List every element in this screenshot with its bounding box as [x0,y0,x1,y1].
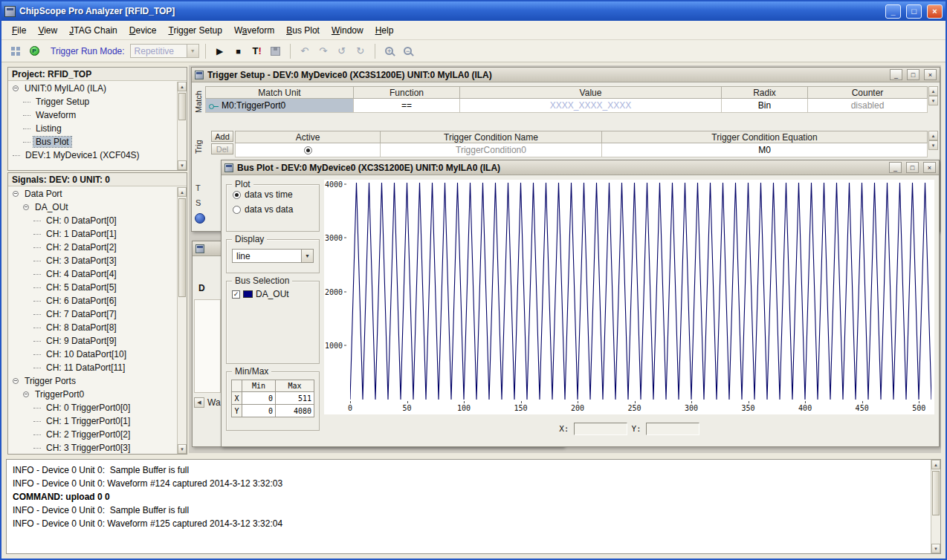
scroll-thumb[interactable] [932,471,940,515]
tree-item[interactable]: CH: 0 TriggerPort0[0] [8,401,177,414]
bus-plot-titlebar[interactable]: Bus Plot - DEV:0 MyDevice0 (XC3S1200E) U… [222,160,939,175]
tree-item[interactable]: CH: 1 TriggerPort0[1] [8,414,177,428]
minimize-icon[interactable]: _ [890,69,902,80]
menu-bus-plot[interactable]: Bus Plot [280,22,326,39]
window-layout-icon[interactable] [7,43,24,59]
run-trigger-button[interactable]: ▶ [212,43,228,59]
y-coordinate-input[interactable] [646,423,699,435]
waveform-plot[interactable] [350,183,931,400]
scroll-track[interactable] [178,197,187,444]
match-function-cell[interactable]: == [354,99,460,113]
scroll-thumb[interactable] [178,93,186,120]
close-icon[interactable]: × [923,162,936,173]
tree-expand-handle[interactable] [23,204,29,210]
redo-button[interactable]: ↷ [315,43,332,59]
column-header[interactable]: Function [354,86,460,99]
title-bar[interactable]: ChipScope Pro Analyzer [RFID_TOP] _ □ × [1,1,946,21]
condition-equation-cell[interactable]: M0 [602,143,928,157]
signals-scrollbar[interactable]: ▲ ▼ [177,187,187,454]
condition-name-cell[interactable]: TriggerCondition0 [381,143,602,157]
scroll-track[interactable] [931,469,940,544]
save-button[interactable] [268,43,284,59]
column-header[interactable]: Value [460,86,722,99]
column-header[interactable]: Active [235,131,381,143]
match-radix-cell[interactable]: Bin [722,99,808,113]
tree-item[interactable]: CH: 10 DataPort[10] [8,348,177,361]
tree-item[interactable]: CH: 9 DataPort[9] [8,334,177,348]
tree-item[interactable]: Trigger Setup [8,95,177,108]
scroll-down-icon[interactable]: ▼ [178,160,187,170]
match-value-cell[interactable]: XXXX_XXXX_XXXX [460,99,722,113]
undo-button[interactable]: ↶ [297,43,313,59]
tree-item[interactable]: TriggerPort0 [8,388,177,401]
x-coordinate-input[interactable] [574,423,627,435]
trigger-setup-titlebar[interactable]: Trigger Setup - DEV:0 MyDevice0 (XC3S120… [192,68,940,82]
tree-item[interactable]: UNIT:0 MyILA0 (ILA) [8,82,177,95]
scroll-down-icon[interactable]: ▼ [928,96,938,105]
column-header[interactable]: Trigger Condition Name [381,131,602,143]
zoom-out-button[interactable]: − [400,43,416,59]
column-header[interactable]: Radix [722,86,808,99]
menu-trigger-setup[interactable]: Trigger Setup [162,22,227,39]
match-unit-cell[interactable]: M0:TriggerPort0 [205,99,354,113]
menu-window[interactable]: Window [326,22,369,39]
match-side-tab[interactable]: Match [193,87,204,117]
scroll-up-icon[interactable]: ▲ [178,82,187,91]
maximize-icon[interactable]: □ [907,69,919,80]
add-condition-button[interactable]: Add [211,131,233,142]
del-condition-button[interactable]: Del [211,143,233,154]
tree-item[interactable]: Listing [8,122,177,135]
tree-item[interactable]: CH: 0 DataPort[0] [8,214,177,227]
project-tree[interactable]: UNIT:0 MyILA0 (ILA)Trigger SetupWaveform… [8,82,177,170]
tree-expand-handle[interactable] [13,85,19,91]
tree-item[interactable]: DEV:1 MyDevice1 (XCF04S) [8,149,177,162]
tree-item[interactable]: DA_OUt [8,201,177,214]
console-log[interactable]: INFO - Device 0 Unit 0: Sample Buffer is… [7,460,930,553]
zoom-in-button[interactable]: + [381,43,398,59]
cable-connection-icon[interactable]: P [26,43,42,59]
tree-item[interactable]: CH: 8 DataPort[8] [8,321,177,334]
tree-item[interactable]: CH: 3 DataPort[3] [8,254,177,267]
minimize-icon[interactable]: _ [889,162,902,173]
menu-jtag-chain[interactable]: JTAG Chain [63,22,123,39]
tree-item[interactable]: CH: 1 DataPort[1] [8,227,177,241]
menu-waveform[interactable]: Waveform [228,22,280,39]
tree-item[interactable]: CH: 11 DataPort[11] [8,361,177,374]
tree-item[interactable]: CH: 7 DataPort[7] [8,307,177,321]
tree-item[interactable]: CH: 2 DataPort[2] [8,241,177,254]
scroll-up-icon[interactable]: ▲ [928,86,938,96]
close-icon[interactable]: × [924,69,937,80]
tree-item[interactable]: Waveform [8,108,177,122]
scroll-down-icon[interactable]: ▼ [931,544,940,553]
scroll-up-icon[interactable]: ▲ [928,131,938,140]
tree-item[interactable]: CH: 6 DataPort[6] [8,294,177,307]
tree-item[interactable]: Bus Plot [8,135,177,149]
stop-acquisition-button[interactable]: ■ [230,43,247,59]
scroll-down-icon[interactable]: ▼ [928,140,938,150]
maximize-button[interactable]: □ [906,4,922,19]
scroll-left-icon[interactable]: ◀ [194,397,204,408]
column-header[interactable]: Trigger Condition Equation [602,131,928,143]
rotate-left-button[interactable]: ↺ [334,43,350,59]
signals-tree[interactable]: Data PortDA_OUtCH: 0 DataPort[0]CH: 1 Da… [8,187,177,454]
radio-selected-icon[interactable] [304,146,312,154]
project-scrollbar[interactable]: ▲ ▼ [177,82,187,170]
tree-expand-handle[interactable] [13,191,19,197]
tree-item[interactable]: CH: 5 DataPort[5] [8,281,177,294]
active-cell[interactable] [235,143,381,157]
tree-item[interactable]: CH: 3 TriggerPort0[3] [8,441,177,454]
tree-item[interactable]: CH: 2 TriggerPort0[2] [8,428,177,441]
bus-list-item[interactable]: ✓ DA_OUt [232,289,319,299]
column-header[interactable]: Match Unit [205,86,354,99]
trigger-immediate-button[interactable]: T! [249,43,265,59]
menu-device[interactable]: Device [123,22,163,39]
tree-item[interactable]: Trigger Ports [8,374,177,388]
minimize-button[interactable]: _ [885,4,901,19]
tree-item[interactable]: CH: 4 DataPort[4] [8,267,177,281]
run-mode-select[interactable]: Repetitive ▼ [130,44,199,58]
tree-item[interactable]: Data Port [8,187,177,201]
maximize-icon[interactable]: □ [906,162,919,173]
trig-side-tab[interactable]: Trig [193,131,204,163]
tree-expand-handle[interactable] [23,391,29,397]
console-scrollbar[interactable]: ▲ ▼ [931,460,940,553]
